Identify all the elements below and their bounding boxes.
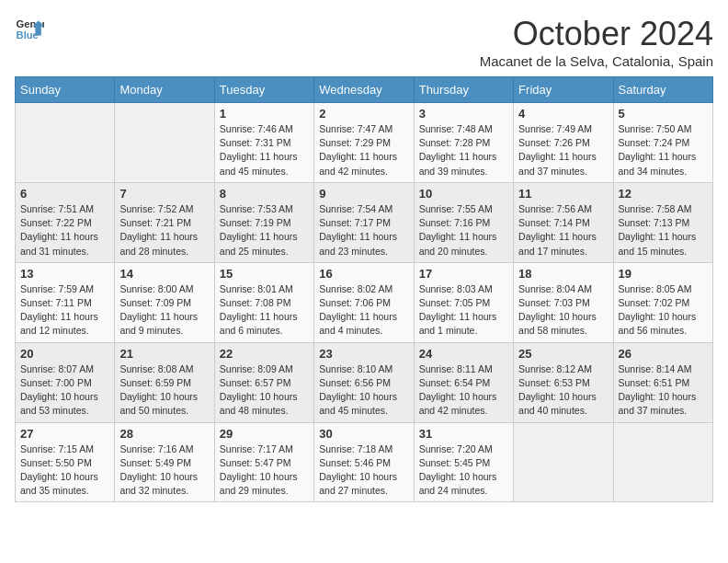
- day-number: 30: [319, 427, 408, 441]
- calendar-cell: 29Sunrise: 7:17 AMSunset: 5:47 PMDayligh…: [214, 422, 313, 502]
- calendar-cell: 20Sunrise: 8:07 AMSunset: 7:00 PMDayligh…: [16, 342, 115, 422]
- calendar-cell: 25Sunrise: 8:12 AMSunset: 6:53 PMDayligh…: [514, 342, 613, 422]
- day-number: 23: [319, 347, 408, 361]
- day-number: 17: [419, 267, 508, 281]
- day-info: Sunrise: 8:05 AMSunset: 7:02 PMDaylight:…: [619, 282, 708, 339]
- calendar-cell: 10Sunrise: 7:55 AMSunset: 7:16 PMDayligh…: [414, 182, 513, 262]
- day-number: 4: [518, 107, 608, 121]
- day-number: 26: [619, 347, 708, 361]
- day-number: 22: [220, 347, 309, 361]
- day-number: 28: [119, 427, 209, 441]
- day-info: Sunrise: 8:03 AMSunset: 7:05 PMDaylight:…: [419, 282, 508, 339]
- day-number: 8: [220, 187, 309, 201]
- logo-icon: General Blue: [15, 15, 44, 44]
- day-info: Sunrise: 8:14 AMSunset: 6:51 PMDaylight:…: [619, 362, 708, 419]
- calendar-cell: 9Sunrise: 7:54 AMSunset: 7:17 PMDaylight…: [314, 182, 414, 262]
- calendar-cell: 26Sunrise: 8:14 AMSunset: 6:51 PMDayligh…: [613, 342, 712, 422]
- day-info: Sunrise: 8:07 AMSunset: 7:00 PMDaylight:…: [20, 362, 109, 419]
- day-number: 5: [619, 107, 708, 121]
- day-info: Sunrise: 7:15 AMSunset: 5:50 PMDaylight:…: [20, 442, 109, 499]
- day-info: Sunrise: 8:10 AMSunset: 6:56 PMDaylight:…: [319, 362, 408, 419]
- day-number: 27: [20, 427, 109, 441]
- logo: General Blue: [15, 15, 44, 44]
- calendar-cell: 8Sunrise: 7:53 AMSunset: 7:19 PMDaylight…: [214, 182, 313, 262]
- day-info: Sunrise: 8:11 AMSunset: 6:54 PMDaylight:…: [419, 362, 508, 419]
- day-info: Sunrise: 8:12 AMSunset: 6:53 PMDaylight:…: [518, 362, 608, 419]
- month-title: October 2024: [480, 15, 713, 53]
- day-number: 24: [419, 347, 508, 361]
- calendar-week-row: 1Sunrise: 7:46 AMSunset: 7:31 PMDaylight…: [16, 103, 713, 183]
- calendar-cell: 19Sunrise: 8:05 AMSunset: 7:02 PMDayligh…: [613, 262, 712, 342]
- calendar-body: 1Sunrise: 7:46 AMSunset: 7:31 PMDaylight…: [16, 103, 713, 502]
- day-number: 31: [419, 427, 508, 441]
- day-info: Sunrise: 7:58 AMSunset: 7:13 PMDaylight:…: [619, 202, 708, 259]
- day-info: Sunrise: 7:51 AMSunset: 7:22 PMDaylight:…: [20, 202, 109, 259]
- day-info: Sunrise: 8:04 AMSunset: 7:03 PMDaylight:…: [518, 282, 608, 339]
- day-number: 20: [20, 347, 109, 361]
- calendar-cell: [613, 422, 712, 502]
- day-number: 6: [20, 187, 109, 201]
- svg-text:Blue: Blue: [17, 29, 39, 40]
- day-number: 2: [319, 107, 408, 121]
- day-info: Sunrise: 8:00 AMSunset: 7:09 PMDaylight:…: [119, 282, 209, 339]
- day-header-thursday: Thursday: [414, 77, 513, 103]
- day-info: Sunrise: 7:56 AMSunset: 7:14 PMDaylight:…: [518, 202, 608, 259]
- day-number: 7: [119, 187, 209, 201]
- day-info: Sunrise: 8:08 AMSunset: 6:59 PMDaylight:…: [119, 362, 209, 419]
- calendar-cell: 12Sunrise: 7:58 AMSunset: 7:13 PMDayligh…: [613, 182, 712, 262]
- calendar-week-row: 13Sunrise: 7:59 AMSunset: 7:11 PMDayligh…: [16, 262, 713, 342]
- day-number: 29: [220, 427, 309, 441]
- day-info: Sunrise: 7:17 AMSunset: 5:47 PMDaylight:…: [220, 442, 309, 499]
- calendar-cell: 31Sunrise: 7:20 AMSunset: 5:45 PMDayligh…: [414, 422, 513, 502]
- calendar-cell: 4Sunrise: 7:49 AMSunset: 7:26 PMDaylight…: [514, 103, 613, 183]
- day-info: Sunrise: 7:59 AMSunset: 7:11 PMDaylight:…: [20, 282, 109, 339]
- day-header-tuesday: Tuesday: [214, 77, 313, 103]
- day-info: Sunrise: 7:52 AMSunset: 7:21 PMDaylight:…: [119, 202, 209, 259]
- calendar-cell: 28Sunrise: 7:16 AMSunset: 5:49 PMDayligh…: [115, 422, 214, 502]
- calendar-cell: 24Sunrise: 8:11 AMSunset: 6:54 PMDayligh…: [414, 342, 513, 422]
- day-number: 12: [619, 187, 708, 201]
- day-number: 15: [220, 267, 309, 281]
- calendar-cell: 6Sunrise: 7:51 AMSunset: 7:22 PMDaylight…: [16, 182, 115, 262]
- day-number: 25: [518, 347, 608, 361]
- calendar-cell: 30Sunrise: 7:18 AMSunset: 5:46 PMDayligh…: [314, 422, 414, 502]
- day-info: Sunrise: 7:54 AMSunset: 7:17 PMDaylight:…: [319, 202, 408, 259]
- day-header-monday: Monday: [115, 77, 214, 103]
- day-info: Sunrise: 7:18 AMSunset: 5:46 PMDaylight:…: [319, 442, 408, 499]
- calendar-cell: [115, 103, 214, 183]
- day-number: 18: [518, 267, 608, 281]
- calendar-cell: [514, 422, 613, 502]
- calendar-cell: 21Sunrise: 8:08 AMSunset: 6:59 PMDayligh…: [115, 342, 214, 422]
- day-info: Sunrise: 7:47 AMSunset: 7:29 PMDaylight:…: [319, 122, 408, 178]
- day-number: 13: [20, 267, 109, 281]
- day-info: Sunrise: 7:46 AMSunset: 7:31 PMDaylight:…: [220, 122, 309, 178]
- day-header-saturday: Saturday: [613, 77, 712, 103]
- day-header-friday: Friday: [514, 77, 613, 103]
- calendar-cell: 16Sunrise: 8:02 AMSunset: 7:06 PMDayligh…: [314, 262, 414, 342]
- calendar-week-row: 6Sunrise: 7:51 AMSunset: 7:22 PMDaylight…: [16, 182, 713, 262]
- day-header-sunday: Sunday: [16, 77, 115, 103]
- day-info: Sunrise: 8:02 AMSunset: 7:06 PMDaylight:…: [319, 282, 408, 339]
- day-info: Sunrise: 8:01 AMSunset: 7:08 PMDaylight:…: [220, 282, 309, 339]
- day-info: Sunrise: 7:50 AMSunset: 7:24 PMDaylight:…: [619, 122, 708, 178]
- location-subtitle: Macanet de la Selva, Catalonia, Spain: [480, 53, 713, 69]
- day-number: 1: [220, 107, 309, 121]
- calendar-cell: 1Sunrise: 7:46 AMSunset: 7:31 PMDaylight…: [214, 103, 313, 183]
- calendar-cell: 14Sunrise: 8:00 AMSunset: 7:09 PMDayligh…: [115, 262, 214, 342]
- calendar-cell: 22Sunrise: 8:09 AMSunset: 6:57 PMDayligh…: [214, 342, 313, 422]
- day-number: 9: [319, 187, 408, 201]
- day-number: 16: [319, 267, 408, 281]
- day-info: Sunrise: 7:48 AMSunset: 7:28 PMDaylight:…: [419, 122, 508, 178]
- day-number: 10: [419, 187, 508, 201]
- calendar-cell: 17Sunrise: 8:03 AMSunset: 7:05 PMDayligh…: [414, 262, 513, 342]
- calendar-cell: 27Sunrise: 7:15 AMSunset: 5:50 PMDayligh…: [16, 422, 115, 502]
- day-header-wednesday: Wednesday: [314, 77, 414, 103]
- calendar-cell: 2Sunrise: 7:47 AMSunset: 7:29 PMDaylight…: [314, 103, 414, 183]
- calendar-week-row: 20Sunrise: 8:07 AMSunset: 7:00 PMDayligh…: [16, 342, 713, 422]
- day-number: 14: [119, 267, 209, 281]
- day-info: Sunrise: 7:55 AMSunset: 7:16 PMDaylight:…: [419, 202, 508, 259]
- calendar-cell: 13Sunrise: 7:59 AMSunset: 7:11 PMDayligh…: [16, 262, 115, 342]
- day-number: 19: [619, 267, 708, 281]
- calendar-cell: 3Sunrise: 7:48 AMSunset: 7:28 PMDaylight…: [414, 103, 513, 183]
- page-header: General Blue October 2024 Macanet de la …: [15, 15, 713, 69]
